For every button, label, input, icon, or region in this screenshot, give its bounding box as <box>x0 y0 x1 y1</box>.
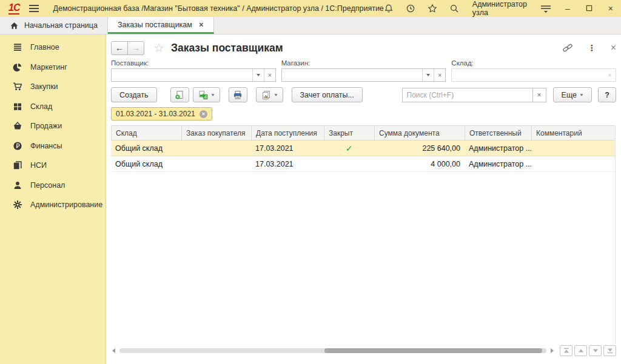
filter-store-clear-icon[interactable]: × <box>434 69 445 81</box>
service-menu-icon[interactable] <box>540 4 551 13</box>
favorites-star-icon[interactable] <box>428 4 437 13</box>
sidebar-item-main[interactable]: Главное <box>0 38 106 58</box>
sidebar-item-administration[interactable]: Администрирование <box>0 195 106 215</box>
filter-supplier-input[interactable] <box>112 69 252 81</box>
current-user[interactable]: Администратор узла <box>472 0 527 17</box>
col-receipt-date[interactable]: Дата поступления <box>252 126 324 140</box>
window-close-button[interactable]: × <box>606 4 615 13</box>
table-footer <box>112 345 616 356</box>
filter-supplier-clear-icon[interactable]: × <box>264 69 275 81</box>
home-icon <box>10 21 19 30</box>
scroll-left-icon[interactable] <box>112 348 115 353</box>
filter-row: Поставщик: × Магазин: × <box>111 59 616 82</box>
col-amount[interactable]: Сумма документа <box>375 126 465 140</box>
col-responsible[interactable]: Ответственный <box>465 126 532 140</box>
form-supplier-orders: ← → ☆ Заказы поставщикам ⋮ × Поставщик: <box>106 35 621 364</box>
ruble-coin-icon <box>13 141 22 151</box>
person-icon <box>13 180 22 190</box>
scrollbar-thumb[interactable] <box>324 348 542 353</box>
col-customer-order[interactable]: Заказ покупателя <box>182 126 252 140</box>
table-row[interactable]: Общий склад 17.03.2021 4 000,00 Админист… <box>111 156 616 172</box>
row-down-button[interactable] <box>589 345 602 356</box>
scroll-right-icon[interactable] <box>551 348 554 353</box>
table-right-edge <box>615 125 616 344</box>
dropdown-arrow-icon <box>580 94 583 96</box>
tab-supplier-orders-label: Заказы поставщикам <box>118 21 192 29</box>
nav-back-button[interactable]: ← <box>111 41 128 55</box>
sidebar-item-finance[interactable]: Финансы <box>0 136 106 156</box>
create-based-on-button[interactable] <box>193 87 220 102</box>
create-button[interactable]: Создать <box>111 87 157 102</box>
table-header: Склад Заказ покупателя Дата поступления … <box>111 125 616 141</box>
based-on-icon <box>198 90 208 100</box>
search-clear-icon[interactable]: × <box>532 88 546 102</box>
sidebar-item-purchases[interactable]: Закупки <box>0 77 106 97</box>
print-button[interactable] <box>229 87 247 102</box>
table-row[interactable]: Общий склад 17.03.2021 ✓ 225 640,00 Адми… <box>111 141 616 156</box>
tab-close-icon[interactable]: × <box>199 20 204 29</box>
copy-document-icon <box>175 90 184 100</box>
reports-button[interactable] <box>256 87 283 102</box>
filter-store-dropdown-icon[interactable] <box>422 69 434 81</box>
section-sidebar: Главное Маркетинг Закупки Склад Продажи … <box>0 35 106 364</box>
window-minimize-button[interactable]: – <box>563 4 572 13</box>
toolbar: Создать Зачет оплаты... <box>111 87 616 102</box>
tab-supplier-orders[interactable]: Заказы поставщикам × <box>108 17 214 34</box>
period-filter-tag[interactable]: 01.03.2021 - 31.03.2021 × <box>111 107 212 121</box>
sidebar-item-nsi[interactable]: НСИ <box>0 156 106 176</box>
nav-forward-button[interactable]: → <box>127 41 144 55</box>
list-lines-icon <box>13 42 22 52</box>
gear-icon <box>13 200 22 210</box>
offset-payment-button[interactable]: Зачет оплаты... <box>292 87 363 102</box>
sidebar-item-warehouse[interactable]: Склад <box>0 97 106 117</box>
go-first-row-button[interactable] <box>560 345 572 356</box>
filter-warehouse: Склад: × <box>451 59 616 82</box>
row-up-button[interactable] <box>574 345 587 356</box>
basket-icon <box>13 121 22 131</box>
notifications-bell-icon[interactable] <box>384 4 394 13</box>
sidebar-item-personnel[interactable]: Персонал <box>0 176 106 196</box>
form-close-icon[interactable]: × <box>611 43 616 53</box>
filter-supplier-label: Поставщик: <box>111 59 276 67</box>
go-last-row-button[interactable] <box>603 345 616 356</box>
col-closed[interactable]: Закрыт <box>324 126 375 140</box>
add-favorite-star-icon[interactable]: ☆ <box>153 42 164 54</box>
filter-store-field: × <box>281 68 446 82</box>
filter-warehouse-input[interactable] <box>452 69 604 81</box>
filter-store: Магазин: × <box>281 59 446 82</box>
filter-warehouse-clear-icon[interactable]: × <box>604 69 616 81</box>
filter-warehouse-label: Склад: <box>451 59 616 67</box>
window-maximize-button[interactable] <box>584 4 594 13</box>
main-menu-icon[interactable] <box>29 3 38 14</box>
horizontal-scrollbar[interactable] <box>119 348 546 353</box>
page-title: Заказы поставщикам <box>171 42 283 55</box>
tab-home[interactable]: Начальная страница <box>0 17 108 34</box>
sidebar-item-sales[interactable]: Продажи <box>0 116 106 136</box>
more-menu-icon[interactable]: ⋮ <box>588 43 596 53</box>
col-comment[interactable]: Комментарий <box>532 126 615 140</box>
pie-chart-icon <box>13 62 22 72</box>
closed-check-icon: ✓ <box>324 141 374 156</box>
search-input[interactable] <box>403 88 532 102</box>
sidebar-item-marketing[interactable]: Маркетинг <box>0 58 106 78</box>
dropdown-arrow-icon <box>211 94 214 96</box>
get-link-icon[interactable] <box>562 42 573 53</box>
period-filter-remove-icon[interactable]: × <box>200 110 207 118</box>
create-copy-button[interactable] <box>170 87 189 102</box>
filter-store-input[interactable] <box>282 69 423 81</box>
help-button[interactable]: ? <box>598 87 616 102</box>
more-actions-button[interactable]: Еще <box>553 87 592 102</box>
filter-supplier-dropdown-icon[interactable] <box>252 69 264 81</box>
app-window: 1С Демонстрационная база /Магазин "Бытов… <box>0 0 621 364</box>
filter-warehouse-field: × <box>451 68 616 82</box>
shopping-cart-icon <box>13 82 22 91</box>
report-chart-icon <box>261 90 271 100</box>
col-warehouse[interactable]: Склад <box>112 126 182 140</box>
tab-bar: Начальная страница Заказы поставщикам × <box>0 17 621 35</box>
tab-home-label: Начальная страница <box>24 21 98 30</box>
global-search-icon[interactable] <box>449 4 459 13</box>
window-title: Демонстрационная база /Магазин "Бытовая … <box>53 4 384 13</box>
history-icon[interactable] <box>406 4 415 13</box>
period-filter-text: 01.03.2021 - 31.03.2021 <box>116 110 195 118</box>
grid-blocks-icon <box>13 102 22 111</box>
